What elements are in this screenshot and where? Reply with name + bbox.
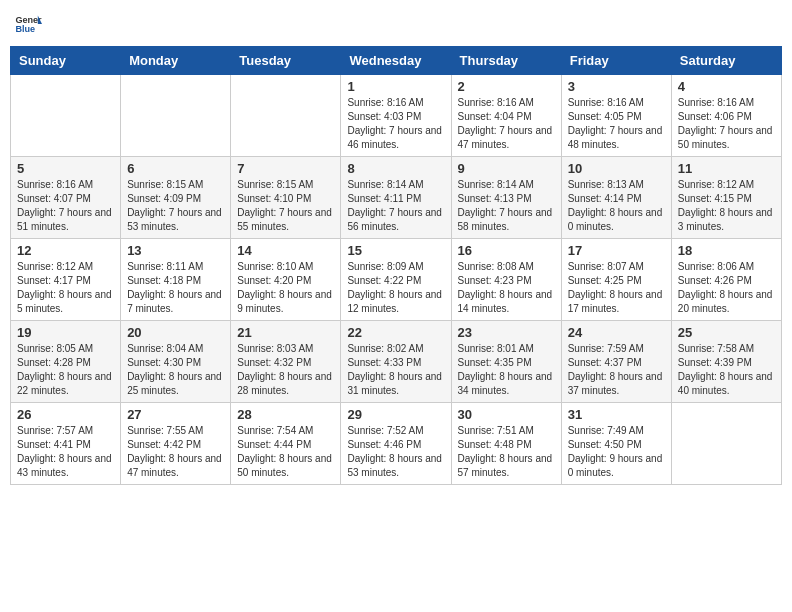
- day-info: Sunrise: 7:49 AM Sunset: 4:50 PM Dayligh…: [568, 424, 665, 480]
- day-info: Sunrise: 8:07 AM Sunset: 4:25 PM Dayligh…: [568, 260, 665, 316]
- day-number: 7: [237, 161, 334, 176]
- day-cell: 1Sunrise: 8:16 AM Sunset: 4:03 PM Daylig…: [341, 75, 451, 157]
- day-cell: 6Sunrise: 8:15 AM Sunset: 4:09 PM Daylig…: [121, 157, 231, 239]
- day-number: 24: [568, 325, 665, 340]
- day-info: Sunrise: 8:08 AM Sunset: 4:23 PM Dayligh…: [458, 260, 555, 316]
- day-number: 21: [237, 325, 334, 340]
- day-info: Sunrise: 8:11 AM Sunset: 4:18 PM Dayligh…: [127, 260, 224, 316]
- day-header-monday: Monday: [121, 47, 231, 75]
- logo-icon: General Blue: [14, 10, 42, 38]
- day-cell: 31Sunrise: 7:49 AM Sunset: 4:50 PM Dayli…: [561, 403, 671, 485]
- day-cell: 30Sunrise: 7:51 AM Sunset: 4:48 PM Dayli…: [451, 403, 561, 485]
- day-number: 18: [678, 243, 775, 258]
- day-number: 22: [347, 325, 444, 340]
- day-number: 14: [237, 243, 334, 258]
- week-row-1: 1Sunrise: 8:16 AM Sunset: 4:03 PM Daylig…: [11, 75, 782, 157]
- day-info: Sunrise: 8:16 AM Sunset: 4:06 PM Dayligh…: [678, 96, 775, 152]
- day-cell: 9Sunrise: 8:14 AM Sunset: 4:13 PM Daylig…: [451, 157, 561, 239]
- day-info: Sunrise: 8:03 AM Sunset: 4:32 PM Dayligh…: [237, 342, 334, 398]
- day-header-friday: Friday: [561, 47, 671, 75]
- week-row-2: 5Sunrise: 8:16 AM Sunset: 4:07 PM Daylig…: [11, 157, 782, 239]
- day-cell: 25Sunrise: 7:58 AM Sunset: 4:39 PM Dayli…: [671, 321, 781, 403]
- day-info: Sunrise: 8:06 AM Sunset: 4:26 PM Dayligh…: [678, 260, 775, 316]
- day-number: 31: [568, 407, 665, 422]
- day-cell: 7Sunrise: 8:15 AM Sunset: 4:10 PM Daylig…: [231, 157, 341, 239]
- day-number: 26: [17, 407, 114, 422]
- day-cell: 24Sunrise: 7:59 AM Sunset: 4:37 PM Dayli…: [561, 321, 671, 403]
- calendar: SundayMondayTuesdayWednesdayThursdayFrid…: [10, 46, 782, 485]
- day-info: Sunrise: 8:16 AM Sunset: 4:03 PM Dayligh…: [347, 96, 444, 152]
- day-number: 25: [678, 325, 775, 340]
- day-info: Sunrise: 8:15 AM Sunset: 4:09 PM Dayligh…: [127, 178, 224, 234]
- week-row-3: 12Sunrise: 8:12 AM Sunset: 4:17 PM Dayli…: [11, 239, 782, 321]
- day-info: Sunrise: 7:52 AM Sunset: 4:46 PM Dayligh…: [347, 424, 444, 480]
- day-info: Sunrise: 8:14 AM Sunset: 4:11 PM Dayligh…: [347, 178, 444, 234]
- day-number: 27: [127, 407, 224, 422]
- day-info: Sunrise: 7:55 AM Sunset: 4:42 PM Dayligh…: [127, 424, 224, 480]
- day-cell: 27Sunrise: 7:55 AM Sunset: 4:42 PM Dayli…: [121, 403, 231, 485]
- day-number: 1: [347, 79, 444, 94]
- day-info: Sunrise: 7:58 AM Sunset: 4:39 PM Dayligh…: [678, 342, 775, 398]
- day-cell: 21Sunrise: 8:03 AM Sunset: 4:32 PM Dayli…: [231, 321, 341, 403]
- day-header-thursday: Thursday: [451, 47, 561, 75]
- day-cell: 14Sunrise: 8:10 AM Sunset: 4:20 PM Dayli…: [231, 239, 341, 321]
- day-info: Sunrise: 7:51 AM Sunset: 4:48 PM Dayligh…: [458, 424, 555, 480]
- day-cell: 11Sunrise: 8:12 AM Sunset: 4:15 PM Dayli…: [671, 157, 781, 239]
- day-cell: 4Sunrise: 8:16 AM Sunset: 4:06 PM Daylig…: [671, 75, 781, 157]
- day-cell: 23Sunrise: 8:01 AM Sunset: 4:35 PM Dayli…: [451, 321, 561, 403]
- day-number: 2: [458, 79, 555, 94]
- day-info: Sunrise: 8:12 AM Sunset: 4:15 PM Dayligh…: [678, 178, 775, 234]
- day-number: 17: [568, 243, 665, 258]
- day-number: 3: [568, 79, 665, 94]
- day-info: Sunrise: 8:04 AM Sunset: 4:30 PM Dayligh…: [127, 342, 224, 398]
- day-header-sunday: Sunday: [11, 47, 121, 75]
- day-number: 16: [458, 243, 555, 258]
- day-info: Sunrise: 7:54 AM Sunset: 4:44 PM Dayligh…: [237, 424, 334, 480]
- day-number: 6: [127, 161, 224, 176]
- day-cell: 19Sunrise: 8:05 AM Sunset: 4:28 PM Dayli…: [11, 321, 121, 403]
- day-cell: 17Sunrise: 8:07 AM Sunset: 4:25 PM Dayli…: [561, 239, 671, 321]
- day-cell: 29Sunrise: 7:52 AM Sunset: 4:46 PM Dayli…: [341, 403, 451, 485]
- day-header-saturday: Saturday: [671, 47, 781, 75]
- day-info: Sunrise: 8:16 AM Sunset: 4:04 PM Dayligh…: [458, 96, 555, 152]
- day-number: 15: [347, 243, 444, 258]
- day-number: 11: [678, 161, 775, 176]
- day-cell: 12Sunrise: 8:12 AM Sunset: 4:17 PM Dayli…: [11, 239, 121, 321]
- day-cell: 16Sunrise: 8:08 AM Sunset: 4:23 PM Dayli…: [451, 239, 561, 321]
- week-row-5: 26Sunrise: 7:57 AM Sunset: 4:41 PM Dayli…: [11, 403, 782, 485]
- day-info: Sunrise: 8:16 AM Sunset: 4:05 PM Dayligh…: [568, 96, 665, 152]
- day-info: Sunrise: 8:13 AM Sunset: 4:14 PM Dayligh…: [568, 178, 665, 234]
- day-number: 10: [568, 161, 665, 176]
- day-cell: 18Sunrise: 8:06 AM Sunset: 4:26 PM Dayli…: [671, 239, 781, 321]
- day-number: 8: [347, 161, 444, 176]
- day-cell: 13Sunrise: 8:11 AM Sunset: 4:18 PM Dayli…: [121, 239, 231, 321]
- day-number: 23: [458, 325, 555, 340]
- week-row-4: 19Sunrise: 8:05 AM Sunset: 4:28 PM Dayli…: [11, 321, 782, 403]
- day-info: Sunrise: 8:15 AM Sunset: 4:10 PM Dayligh…: [237, 178, 334, 234]
- day-cell: [231, 75, 341, 157]
- day-number: 12: [17, 243, 114, 258]
- day-number: 9: [458, 161, 555, 176]
- day-cell: 20Sunrise: 8:04 AM Sunset: 4:30 PM Dayli…: [121, 321, 231, 403]
- day-number: 13: [127, 243, 224, 258]
- day-info: Sunrise: 8:14 AM Sunset: 4:13 PM Dayligh…: [458, 178, 555, 234]
- day-cell: 2Sunrise: 8:16 AM Sunset: 4:04 PM Daylig…: [451, 75, 561, 157]
- day-cell: 26Sunrise: 7:57 AM Sunset: 4:41 PM Dayli…: [11, 403, 121, 485]
- day-cell: 22Sunrise: 8:02 AM Sunset: 4:33 PM Dayli…: [341, 321, 451, 403]
- day-header-wednesday: Wednesday: [341, 47, 451, 75]
- day-number: 30: [458, 407, 555, 422]
- header-row: SundayMondayTuesdayWednesdayThursdayFrid…: [11, 47, 782, 75]
- day-number: 4: [678, 79, 775, 94]
- day-number: 28: [237, 407, 334, 422]
- day-info: Sunrise: 8:16 AM Sunset: 4:07 PM Dayligh…: [17, 178, 114, 234]
- day-info: Sunrise: 8:12 AM Sunset: 4:17 PM Dayligh…: [17, 260, 114, 316]
- day-info: Sunrise: 8:09 AM Sunset: 4:22 PM Dayligh…: [347, 260, 444, 316]
- day-number: 5: [17, 161, 114, 176]
- svg-text:Blue: Blue: [15, 24, 35, 34]
- day-cell: [671, 403, 781, 485]
- day-cell: 15Sunrise: 8:09 AM Sunset: 4:22 PM Dayli…: [341, 239, 451, 321]
- day-cell: 5Sunrise: 8:16 AM Sunset: 4:07 PM Daylig…: [11, 157, 121, 239]
- day-header-tuesday: Tuesday: [231, 47, 341, 75]
- day-info: Sunrise: 8:05 AM Sunset: 4:28 PM Dayligh…: [17, 342, 114, 398]
- day-number: 29: [347, 407, 444, 422]
